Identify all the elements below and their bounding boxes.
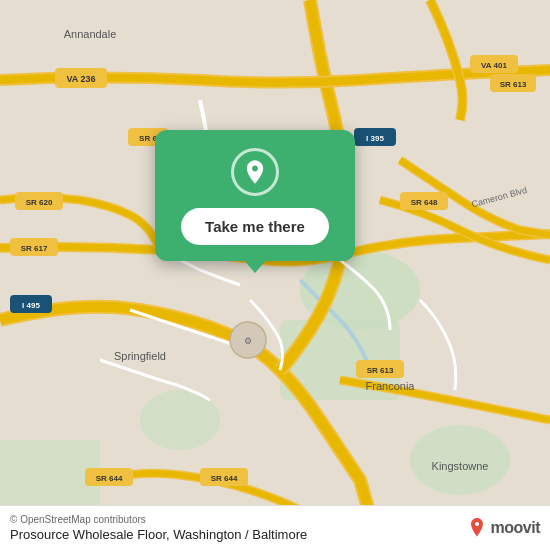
svg-text:SR 617: SR 617	[21, 244, 48, 253]
svg-text:Springfield: Springfield	[114, 350, 166, 362]
svg-text:VA 236: VA 236	[66, 74, 95, 84]
map-container: VA 236 SR 613 I 395 SR 620 SR 6 SR 617 I…	[0, 0, 550, 550]
bottom-info-bar: © OpenStreetMap contributors Prosource W…	[0, 505, 550, 550]
svg-text:I 495: I 495	[22, 301, 40, 310]
navigation-popup: Take me there	[155, 130, 355, 261]
svg-text:VA 401: VA 401	[481, 61, 507, 70]
svg-text:Franconia: Franconia	[366, 380, 416, 392]
svg-text:I 395: I 395	[366, 134, 384, 143]
copyright-text: © OpenStreetMap contributors	[10, 514, 307, 525]
svg-text:⚙: ⚙	[244, 336, 252, 346]
location-icon-wrapper	[231, 148, 279, 196]
map-background: VA 236 SR 613 I 395 SR 620 SR 6 SR 617 I…	[0, 0, 550, 550]
bottom-left-info: © OpenStreetMap contributors Prosource W…	[10, 514, 307, 542]
svg-text:Annandale: Annandale	[64, 28, 117, 40]
location-name-text: Prosource Wholesale Floor, Washington / …	[10, 527, 307, 542]
take-me-there-button[interactable]: Take me there	[181, 208, 329, 245]
svg-text:SR 644: SR 644	[96, 474, 123, 483]
svg-text:Kingstowne: Kingstowne	[432, 460, 489, 472]
svg-text:SR 613: SR 613	[367, 366, 394, 375]
moovit-wordmark: moovit	[491, 519, 540, 537]
svg-text:SR 620: SR 620	[26, 198, 53, 207]
svg-text:SR 648: SR 648	[411, 198, 438, 207]
svg-text:SR 613: SR 613	[500, 80, 527, 89]
svg-text:SR 644: SR 644	[211, 474, 238, 483]
location-pin-icon	[241, 158, 269, 186]
moovit-pin-icon	[467, 518, 487, 538]
moovit-logo: moovit	[467, 518, 540, 538]
